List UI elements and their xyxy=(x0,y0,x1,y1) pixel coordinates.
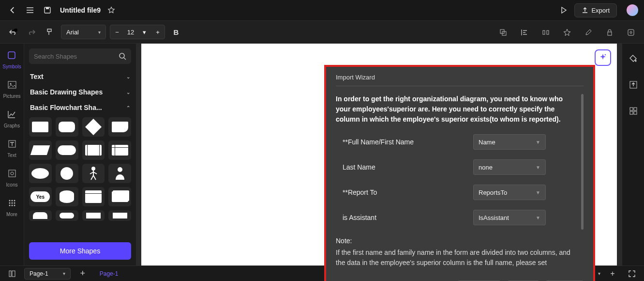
svg-point-16 xyxy=(11,200,13,202)
chevron-up-icon: ⌃ xyxy=(126,105,130,110)
svg-point-14 xyxy=(11,172,14,175)
field-lastname-select[interactable]: none ▼ xyxy=(473,159,546,175)
rail-more[interactable]: More xyxy=(5,196,19,217)
svg-point-23 xyxy=(14,205,15,206)
field-value: IsAssistant xyxy=(479,214,509,221)
sparkle-icon xyxy=(599,53,607,62)
svg-point-25 xyxy=(91,167,95,171)
svg-rect-1 xyxy=(46,7,49,9)
dialog-scrollbar[interactable] xyxy=(581,94,584,230)
distribute-icon[interactable] xyxy=(539,25,553,40)
shape-person[interactable] xyxy=(82,164,105,183)
play-icon[interactable] xyxy=(557,3,570,17)
rail-pictures[interactable]: Pictures xyxy=(3,78,20,99)
svg-rect-10 xyxy=(8,81,16,88)
export-label: Export xyxy=(591,7,610,14)
svg-rect-30 xyxy=(634,108,637,110)
inspect-icon[interactable] xyxy=(624,25,638,40)
shape-half2[interactable] xyxy=(56,210,78,221)
dialog-description: In order to get the right organizational… xyxy=(336,94,577,125)
svg-point-15 xyxy=(9,200,10,202)
font-family-select[interactable]: Arial ▾ xyxy=(61,25,106,39)
chevron-down-icon: ▼ xyxy=(536,190,540,195)
rail-symbols[interactable]: Symbols xyxy=(2,48,21,69)
ai-sparkle-button[interactable] xyxy=(595,49,611,66)
shape-terminator[interactable] xyxy=(56,140,78,160)
field-isassistant-select[interactable]: IsAssistant ▼ xyxy=(473,210,546,225)
field-reportto: **Report To ReportsTo ▼ xyxy=(336,185,577,200)
format-painter-button[interactable] xyxy=(43,25,57,39)
shape-grid: Yes xyxy=(29,115,131,225)
user-avatar[interactable] xyxy=(627,4,638,16)
shape-process[interactable] xyxy=(29,117,52,137)
layers-icon[interactable] xyxy=(496,25,510,40)
page-tab-1[interactable]: Page-1 xyxy=(95,270,123,277)
zoom-in-button[interactable]: + xyxy=(605,266,620,281)
fullscreen-icon[interactable] xyxy=(625,266,639,281)
font-size-decrease[interactable]: − xyxy=(110,29,124,36)
shape-internal-storage[interactable] xyxy=(108,140,131,160)
search-shapes-box[interactable] xyxy=(29,48,131,64)
shape-yes[interactable]: Yes xyxy=(29,187,52,206)
shape-half4[interactable] xyxy=(108,210,131,221)
font-size-dropdown[interactable]: ▾ xyxy=(137,29,151,36)
shape-ellipse[interactable] xyxy=(29,164,52,183)
svg-point-20 xyxy=(14,203,15,204)
lock-icon[interactable] xyxy=(602,25,617,40)
redo-button[interactable] xyxy=(24,25,39,39)
shape-decision[interactable] xyxy=(82,117,105,137)
shape-multidoc[interactable] xyxy=(108,187,131,206)
chevron-down-icon[interactable]: ▾ xyxy=(598,271,600,276)
search-shapes-input[interactable] xyxy=(34,53,116,60)
align-icon[interactable] xyxy=(517,25,532,40)
shape-predefined[interactable] xyxy=(82,140,105,160)
add-page-button[interactable]: + xyxy=(75,266,90,281)
svg-rect-29 xyxy=(630,108,633,110)
bold-button[interactable]: B xyxy=(169,25,183,39)
field-fullname-select[interactable]: Name ▼ xyxy=(473,134,546,150)
file-title: Untitled file9 xyxy=(60,6,101,14)
field-reportto-select[interactable]: ReportsTo ▼ xyxy=(473,185,546,200)
shape-rounded-rect[interactable] xyxy=(56,117,78,137)
page-select[interactable]: Page-1 ▾ xyxy=(24,268,71,280)
category-basic-drawing[interactable]: Basic Drawing Shapes ⌄ xyxy=(29,84,131,100)
back-button[interactable] xyxy=(6,3,19,17)
shape-document[interactable] xyxy=(108,117,131,137)
edit-icon[interactable] xyxy=(581,25,596,40)
shape-data[interactable] xyxy=(29,140,52,160)
shape-connector[interactable] xyxy=(56,164,78,183)
grid-panel-icon[interactable] xyxy=(626,104,641,118)
star-icon[interactable] xyxy=(105,3,118,17)
menu-button[interactable] xyxy=(23,3,37,17)
field-value: Name xyxy=(479,139,495,146)
search-icon xyxy=(119,52,126,60)
text-icon xyxy=(5,137,19,151)
save-icon[interactable] xyxy=(41,3,54,17)
rail-graphs[interactable]: Graphs xyxy=(4,108,20,128)
field-fullname: **Full Name/First Name Name ▼ xyxy=(336,134,577,150)
category-label: Basic Flowchart Sha... xyxy=(30,104,102,111)
shape-user[interactable] xyxy=(108,164,131,183)
category-basic-flowchart[interactable]: Basic Flowchart Sha... ⌃ xyxy=(29,100,131,115)
shape-card[interactable] xyxy=(82,187,105,206)
svg-point-27 xyxy=(605,54,606,55)
svg-rect-4 xyxy=(543,31,545,34)
field-label: is Assistant xyxy=(343,214,473,221)
effects-icon[interactable] xyxy=(560,25,574,40)
rail-icons[interactable]: Icons xyxy=(5,167,19,187)
page-layout-icon[interactable] xyxy=(5,266,19,281)
shape-database[interactable] xyxy=(56,187,78,206)
field-value: ReportsTo xyxy=(479,189,507,196)
category-text[interactable]: Text ⌄ xyxy=(29,69,131,84)
export-panel-icon[interactable] xyxy=(626,78,641,92)
font-size-stepper[interactable]: − 12 ▾ + xyxy=(110,25,165,39)
export-button[interactable]: Export xyxy=(574,3,617,17)
shape-half1[interactable] xyxy=(29,210,52,221)
more-shapes-button[interactable]: More Shapes xyxy=(29,242,131,260)
font-size-increase[interactable]: + xyxy=(151,29,165,36)
shape-half3[interactable] xyxy=(82,210,105,221)
rail-text[interactable]: Text xyxy=(5,137,19,158)
svg-rect-13 xyxy=(9,170,15,177)
undo-button[interactable] xyxy=(6,25,20,39)
fill-icon[interactable] xyxy=(626,51,641,66)
